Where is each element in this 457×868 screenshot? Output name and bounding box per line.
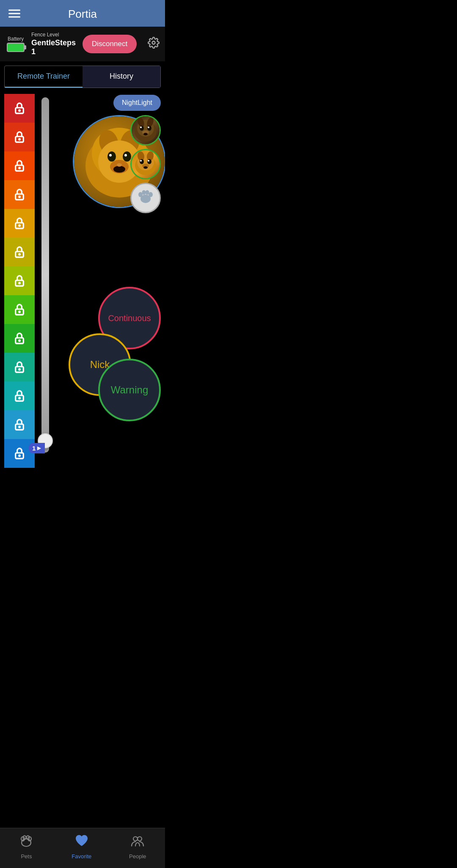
side-pet-add[interactable]	[130, 183, 161, 213]
svg-point-26	[19, 455, 20, 456]
disconnect-button[interactable]: Disconnect	[83, 35, 137, 53]
menu-button[interactable]	[8, 9, 20, 17]
warning-button[interactable]: Warning	[98, 359, 161, 421]
svg-point-18	[19, 340, 20, 341]
side-pets-list	[130, 115, 161, 213]
app-title: Portia	[68, 8, 97, 21]
svg-point-34	[109, 154, 112, 157]
svg-point-35	[124, 154, 127, 157]
svg-point-20	[19, 369, 20, 370]
svg-point-2	[19, 110, 20, 111]
level-button-6[interactable]	[4, 295, 35, 324]
svg-point-43	[140, 126, 144, 131]
level-button-10[interactable]	[4, 180, 35, 209]
svg-point-14	[19, 283, 20, 284]
svg-point-8	[19, 196, 20, 198]
level-button-11[interactable]	[4, 151, 35, 180]
side-pet-german-shepherd[interactable]	[130, 115, 161, 146]
level-area: 1	[4, 91, 161, 468]
svg-point-61	[142, 190, 146, 195]
svg-point-54	[147, 159, 151, 164]
level-button-8[interactable]	[4, 238, 35, 266]
level-button-12[interactable]	[4, 123, 35, 151]
svg-point-38	[117, 163, 122, 167]
paw-icon	[136, 187, 155, 209]
svg-point-63	[149, 192, 153, 197]
fence-label: Fence Level	[31, 32, 76, 38]
level-button-7[interactable]	[4, 266, 35, 295]
level-button-9[interactable]	[4, 209, 35, 238]
battery-label: Battery	[8, 36, 24, 42]
level-buttons-column	[4, 94, 35, 468]
german-shepherd-image	[132, 116, 160, 144]
svg-point-0	[152, 41, 155, 44]
svg-point-45	[140, 126, 142, 128]
svg-point-10	[19, 225, 20, 226]
svg-point-56	[148, 160, 149, 162]
svg-point-24	[19, 426, 20, 428]
gear-icon	[148, 37, 160, 49]
pet-area: Continuous Nick Warning	[56, 94, 161, 468]
device-section: Fence Level GentleSteps 1	[31, 32, 76, 56]
svg-point-55	[140, 160, 142, 162]
svg-point-16	[19, 311, 20, 313]
current-level-indicator: 1	[29, 443, 45, 453]
svg-point-58	[143, 166, 148, 169]
level-slider[interactable]: 1	[41, 97, 49, 453]
svg-point-12	[19, 254, 20, 255]
svg-point-33	[123, 151, 131, 162]
level-button-3[interactable]	[4, 382, 35, 410]
tabs-container: Remote Trainer History	[4, 66, 161, 88]
tab-remote-trainer[interactable]: Remote Trainer	[5, 66, 83, 88]
svg-point-60	[138, 192, 143, 197]
app-header: Portia	[0, 0, 165, 27]
svg-point-22	[19, 398, 20, 399]
battery-section: Battery	[7, 36, 25, 52]
svg-point-37	[113, 166, 125, 173]
level-button-2[interactable]	[4, 410, 35, 439]
svg-point-48	[143, 133, 148, 135]
svg-point-32	[107, 151, 116, 162]
svg-point-6	[19, 168, 20, 169]
golden-image	[132, 150, 160, 178]
tab-history[interactable]: History	[83, 66, 160, 88]
svg-point-53	[140, 159, 144, 164]
level-button-5[interactable]	[4, 324, 35, 353]
settings-button[interactable]	[148, 37, 160, 52]
main-content: NightLight	[0, 91, 165, 468]
slider-track[interactable]: 1	[35, 94, 56, 468]
device-name: GentleSteps 1	[31, 38, 76, 56]
side-pet-golden[interactable]	[130, 149, 161, 179]
status-bar: Battery Fence Level GentleSteps 1 Discon…	[0, 27, 165, 61]
battery-icon	[7, 43, 25, 52]
svg-point-4	[19, 139, 20, 140]
level-button-4[interactable]	[4, 353, 35, 382]
svg-point-44	[147, 126, 151, 131]
svg-point-46	[148, 126, 149, 128]
level-button-13[interactable]	[4, 94, 35, 123]
